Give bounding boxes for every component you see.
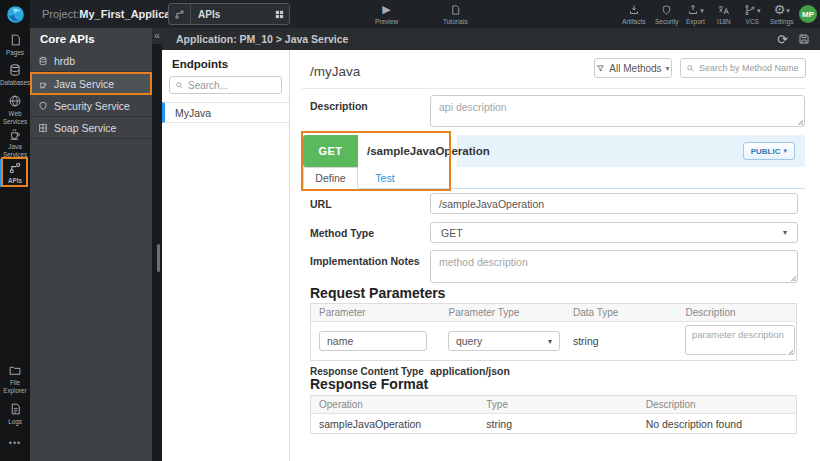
parameter-name-input[interactable] [319, 331, 427, 351]
method-header-bar[interactable]: GET /sampleJavaOperation PUBLIC ▾ [303, 135, 805, 167]
method-search[interactable] [680, 58, 806, 78]
application-breadcrumb-bar: Application: PM_10 > Java Service ⟳ [162, 28, 820, 50]
security-button[interactable]: Security [655, 3, 678, 25]
coffee-cup-icon [38, 79, 48, 89]
preview-button[interactable]: ▶ Preview [375, 3, 398, 25]
i18n-button[interactable]: I18N [717, 3, 731, 25]
wavemaker-logo[interactable] [0, 0, 30, 28]
tutorials-button[interactable]: Tutorials [443, 3, 468, 25]
collapse-panel-icon[interactable]: « [152, 28, 162, 44]
implementation-notes-textarea[interactable] [430, 250, 798, 283]
refresh-icon[interactable]: ⟳ [777, 33, 788, 46]
operation-value: sampleJavaOperation [311, 415, 478, 433]
vcs-button[interactable]: ▾ VCS [744, 3, 761, 25]
settings-label: Settings [770, 18, 794, 25]
download-icon [628, 3, 640, 16]
core-apis-item-soap-service[interactable]: Soap Service [30, 117, 152, 139]
core-apis-title: Core APIs [30, 28, 152, 50]
filter-funnel-icon [596, 64, 605, 73]
endpoint-item-myjava[interactable]: MyJava [162, 102, 289, 123]
method-type-select[interactable]: GET ▾ [430, 222, 798, 243]
method-tabs: Define Test [303, 167, 805, 189]
export-button[interactable]: ▾ Export [686, 3, 705, 25]
tab-define[interactable]: Define [303, 167, 358, 189]
sidebar-item-java-services[interactable]: Java Services [0, 127, 30, 159]
endpoints-search[interactable] [169, 76, 282, 94]
breadcrumb: Application: PM_10 > Java Service [162, 33, 777, 45]
method-path[interactable]: /sampleJavaOperation [358, 135, 457, 167]
export-label: Export [686, 18, 705, 25]
core-apis-item-label: Soap Service [54, 122, 116, 134]
upload-icon [687, 3, 699, 16]
app-window: Project: My_First_Application › APIs ▶ P… [0, 0, 820, 461]
description-value: No description found [638, 415, 796, 433]
chevron-down-icon: ▾ [783, 228, 787, 237]
coffee-cup-icon [8, 127, 22, 141]
implementation-notes-label: Implementation Notes [310, 255, 420, 267]
column-header: Parameter Type [440, 304, 564, 321]
sidebar-item-web-services[interactable]: Web Services [0, 94, 30, 126]
sidebar-item-file-explorer[interactable]: File Explorer [0, 364, 30, 395]
save-icon[interactable] [798, 33, 810, 45]
core-apis-item-hrdb[interactable]: hrdb [30, 50, 152, 72]
url-label: URL [310, 198, 332, 210]
sidebar-item-apis[interactable]: APIs [0, 161, 30, 185]
page-title: /myJava [310, 64, 360, 79]
method-filter-label: All Methods [609, 63, 661, 74]
chevron-right-icon: › [150, 5, 154, 20]
search-icon [686, 64, 695, 73]
table-header-row: Operation Type Description [311, 396, 796, 414]
endpoints-search-input[interactable] [188, 80, 276, 91]
wavemaker-logo-icon [6, 5, 25, 24]
parameter-type-select[interactable]: query ▾ [448, 331, 560, 351]
table-header-row: Parameter Parameter Type Data Type Descr… [311, 304, 796, 322]
method-type-label: Method Type [310, 227, 374, 239]
artifacts-label: Artifacts [622, 18, 645, 25]
chevron-down-icon: ▾ [666, 64, 670, 73]
response-format-heading: Response Format [310, 376, 428, 392]
folder-icon [8, 364, 22, 377]
endpoints-title: Endpoints [162, 50, 289, 76]
globe-icon [8, 94, 22, 108]
panel-collapse-strip: « [152, 28, 162, 461]
core-apis-item-java-service[interactable]: Java Service [30, 72, 152, 95]
url-input[interactable] [430, 193, 798, 214]
sidebar-item-pages[interactable]: Pages [0, 33, 30, 57]
sidebar-item-databases[interactable]: Databases [0, 63, 30, 87]
more-options-icon[interactable]: ••• [0, 438, 30, 448]
core-apis-item-label: Java Service [54, 78, 114, 90]
grid-icon[interactable] [269, 9, 289, 20]
chevron-down-icon: ▾ [783, 147, 787, 155]
description-textarea[interactable] [430, 95, 805, 127]
response-format-table: Operation Type Description sampleJavaOpe… [310, 395, 797, 434]
api-node-icon [169, 4, 191, 24]
i18n-label: I18N [717, 18, 731, 25]
api-node-icon [8, 161, 22, 175]
http-verb-badge: GET [303, 135, 358, 167]
tab-test[interactable]: Test [365, 167, 405, 189]
parameter-description-textarea[interactable] [685, 325, 795, 355]
shield-icon [38, 101, 48, 111]
scrollbar-thumb[interactable] [157, 244, 160, 272]
request-parameters-table: Parameter Parameter Type Data Type Descr… [310, 303, 797, 361]
column-header: Data Type [565, 304, 678, 321]
column-header: Parameter [311, 304, 440, 321]
table-row: sampleJavaOperation string No descriptio… [311, 414, 796, 433]
vcs-label: VCS [746, 18, 759, 25]
method-search-input[interactable] [699, 63, 800, 73]
branch-icon [744, 3, 756, 16]
visibility-dropdown[interactable]: PUBLIC ▾ [743, 142, 795, 160]
type-value: string [478, 415, 637, 433]
artifacts-button[interactable]: Artifacts [622, 3, 645, 25]
settings-button[interactable]: ⚙ ▾ Settings [770, 3, 794, 25]
method-filter-dropdown[interactable]: All Methods ▾ [594, 58, 672, 78]
user-avatar[interactable]: MP [799, 5, 817, 23]
core-apis-item-security-service[interactable]: Security Service [30, 95, 152, 117]
top-bar: Project: My_First_Application › APIs ▶ P… [0, 0, 820, 28]
tab-apis[interactable]: APIs [168, 3, 290, 25]
visibility-label: PUBLIC [751, 147, 781, 156]
shield-icon [661, 3, 672, 16]
sidebar-item-logs[interactable]: Logs [0, 402, 30, 426]
play-icon: ▶ [382, 3, 390, 16]
column-header: Description [678, 304, 797, 321]
